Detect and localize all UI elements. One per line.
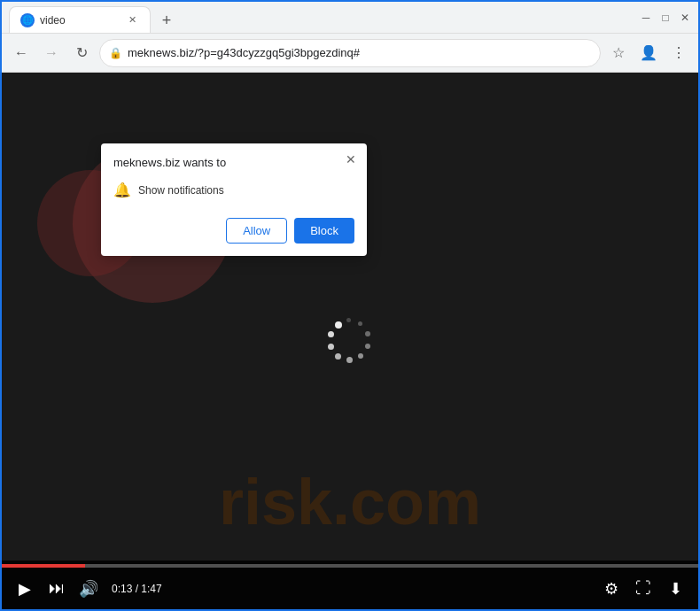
settings-button[interactable]: ⚙ (599, 576, 624, 601)
minimize-button[interactable]: ─ (640, 12, 652, 24)
spinner-animation (323, 314, 377, 367)
url-text: meknews.biz/?p=g43dcyzzgq5gi3bpgezdinq# (128, 46, 591, 59)
video-controls: ▶ ⏭ 🔊 0:13 / 1:47 ⚙ ⛶ ⬇ (2, 561, 698, 609)
bookmark-button[interactable]: ☆ (606, 41, 631, 66)
download-button[interactable]: ⬇ (663, 576, 688, 601)
active-tab[interactable]: 🌐 video ✕ (9, 6, 151, 33)
title-bar: 🌐 video ✕ + ─ □ ✕ (2, 2, 698, 34)
window-controls: ─ □ ✕ (640, 12, 691, 24)
refresh-button[interactable]: ↻ (69, 41, 94, 66)
forward-button[interactable]: → (39, 41, 64, 66)
loading-spinner (323, 314, 377, 367)
address-bar[interactable]: 🔒 meknews.biz/?p=g43dcyzzgq5gi3bpgezdinq… (99, 39, 601, 67)
tab-label: video (40, 14, 66, 27)
back-button[interactable]: ← (9, 41, 34, 66)
browser-window: 🌐 video ✕ + ─ □ ✕ ← → ↻ 🔒 meknews.biz/?p… (0, 0, 700, 611)
progress-bar[interactable] (2, 564, 698, 568)
fullscreen-button[interactable]: ⛶ (631, 576, 656, 601)
dialog-title: meknews.biz wants to (101, 143, 367, 176)
right-controls: ⚙ ⛶ ⬇ (599, 576, 688, 601)
profile-button[interactable]: 👤 (636, 41, 661, 66)
lock-icon: 🔒 (109, 47, 122, 59)
tab-favicon: 🌐 (20, 13, 35, 27)
dialog-permission-row: 🔔 Show notifications (101, 176, 367, 211)
dialog-close-button[interactable]: ✕ (342, 151, 360, 168)
volume-button[interactable]: 🔊 (76, 576, 101, 601)
tab-bar: 🌐 video ✕ + (9, 2, 636, 33)
close-button[interactable]: ✕ (679, 12, 691, 24)
navigation-bar: ← → ↻ 🔒 meknews.biz/?p=g43dcyzzgq5gi3bpg… (2, 34, 698, 73)
new-tab-button[interactable]: + (154, 8, 179, 33)
notification-permission-dialog: ✕ meknews.biz wants to 🔔 Show notificati… (101, 143, 367, 256)
progress-fill (2, 564, 85, 568)
tab-close-button[interactable]: ✕ (125, 13, 139, 27)
maximize-button[interactable]: □ (659, 12, 672, 24)
allow-button[interactable]: Allow (226, 218, 287, 244)
play-button[interactable]: ▶ (12, 576, 37, 601)
permission-label: Show notifications (138, 184, 224, 197)
skip-button[interactable]: ⏭ (44, 576, 69, 601)
controls-row: ▶ ⏭ 🔊 0:13 / 1:47 ⚙ ⛶ ⬇ (2, 568, 698, 609)
dialog-actions: Allow Block (101, 211, 367, 256)
block-button[interactable]: Block (294, 218, 354, 244)
page-content: risk.com ✕ meknews.biz wants to 🔔 Show n… (2, 73, 698, 609)
menu-button[interactable]: ⋮ (666, 41, 691, 66)
watermark-text: risk.com (219, 466, 481, 538)
bell-icon: 🔔 (113, 182, 131, 198)
time-display: 0:13 / 1:47 (112, 583, 162, 595)
